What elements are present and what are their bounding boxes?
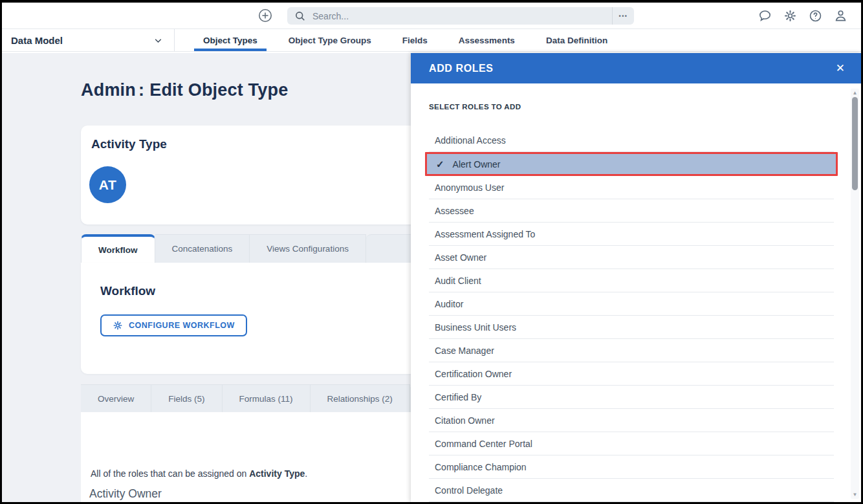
role-name: Assessment Assigned To [435,229,535,239]
role-name: Auditor [435,299,463,309]
activity-type-card: Activity Type AT [81,126,444,225]
role-name: Citation Owner [435,415,495,426]
select-roles-label: SELECT ROLES TO ADD [429,103,861,111]
top-bar: ••• [2,3,861,28]
role-list-item[interactable]: ✓ Citation Owner [429,409,834,432]
nav-tab[interactable]: Fields [387,29,443,51]
panel-scrollbar[interactable]: ▲ ▼ [851,89,859,499]
workflow-heading: Workflow [100,284,444,298]
chevron-down-icon [153,35,164,46]
primary-tab[interactable]: Concatenations [155,234,250,263]
nav-tab-strip: Object TypesObject Type GroupsFieldsAsse… [188,29,623,51]
roles-overview-card: All of the roles that can be assigned on… [81,412,444,504]
scroll-up-icon[interactable]: ▲ [851,90,859,96]
search-bar[interactable]: ••• [287,7,634,25]
topbar-icon-group [758,8,848,23]
role-name: Certification Owner [435,369,512,379]
user-icon[interactable] [833,8,848,23]
role-list-item[interactable]: ✓ Audit Client [429,269,834,292]
close-icon[interactable]: ✕ [836,63,845,74]
scrollbar-thumb[interactable] [852,97,858,190]
role-list-item[interactable]: ✓ Alert Owner [425,152,838,176]
role-name: Certified By [435,392,481,402]
role-list-item[interactable]: ✓ Asset Owner [429,246,834,269]
role-name: Business Unit Users [435,322,516,333]
data-model-selector[interactable]: Data Model [2,29,175,51]
settings-gear-icon[interactable] [783,8,798,23]
gear-icon [113,320,123,331]
search-input[interactable] [311,10,612,22]
role-list-item[interactable]: ✓ Compliance Champion [429,455,834,479]
add-roles-title: ADD ROLES [429,63,494,74]
configure-workflow-button[interactable]: CONFIGURE WORKFLOW [100,314,247,336]
role-name: Case Manager [435,345,494,356]
add-roles-panel-header: ADD ROLES ✕ [411,53,861,83]
nav-tab[interactable]: Object Type Groups [273,29,387,51]
role-name: Command Center Portal [435,439,532,449]
role-list-item[interactable]: ✓ Command Center Portal [429,432,834,455]
primary-tab[interactable]: Workflow [81,234,155,263]
page-title-rest: Edit Object Type [149,80,288,100]
role-list-item[interactable]: ✓ Business Unit Users [429,316,834,339]
secondary-tab[interactable]: Formulas (11) [223,384,311,413]
role-name: Alert Owner [453,159,501,170]
module-nav-bar: Data Model Object TypesObject Type Group… [2,28,861,52]
app-window: ••• [0,0,863,504]
role-name: Asset Owner [435,252,486,263]
page-title: Admin : Edit Object Type [81,80,288,100]
primary-tab[interactable]: Views Configurations [250,234,366,263]
role-list-item[interactable]: ✓ Control Delegate [429,479,834,502]
role-list-item[interactable]: ✓ Additional Access [429,129,834,152]
add-icon[interactable] [257,8,273,23]
role-list-item[interactable]: ✓ Auditor [429,292,834,316]
role-list-item[interactable]: ✓ Assessment Assigned To [429,223,834,246]
role-name: Compliance Champion [435,462,527,472]
role-name: Audit Client [435,276,481,286]
roles-description-object: Activity Type [249,468,305,479]
secondary-tab[interactable]: Fields (5) [151,384,222,413]
data-model-label: Data Model [11,35,63,46]
role-list-item[interactable]: ✓ Certification Owner [429,362,834,386]
role-list-item[interactable]: ✓ Assessee [429,199,834,223]
page-title-prefix: Admin [81,80,136,100]
check-icon: ✓ [436,159,444,170]
roles-list: ✓ Additional Access ✓ Alert Owner ✓ Anon… [429,129,834,502]
scroll-down-icon[interactable]: ▼ [851,492,859,498]
role-name: Anonymous User [435,182,504,193]
chat-icon[interactable] [758,8,772,23]
secondary-tab-row: OverviewFields (5)Formulas (11)Relations… [81,384,461,413]
activity-type-card-title: Activity Type [91,137,444,151]
content-area: Admin : Edit Object Type Activity Type A… [2,53,861,502]
object-type-avatar: AT [89,166,126,203]
nav-tab[interactable]: Data Definition [530,29,623,51]
add-roles-panel: ADD ROLES ✕ SELECT ROLES TO ADD ✓ Additi… [411,53,861,502]
help-icon[interactable] [808,8,823,23]
role-name: Control Delegate [435,485,503,496]
search-options-ellipsis-icon[interactable]: ••• [612,7,634,25]
role-name: Assessee [435,206,474,216]
secondary-tab[interactable]: Relationships (2) [311,384,410,413]
role-list-item[interactable]: ✓ Certified By [429,386,834,409]
role-name: Additional Access [435,135,506,146]
roles-description: All of the roles that can be assigned on… [91,468,444,479]
search-icon [294,10,306,22]
configure-workflow-label: CONFIGURE WORKFLOW [129,321,235,330]
role-list-item[interactable]: ✓ Anonymous User [429,176,834,199]
page-title-colon: : [138,80,144,100]
primary-tab-row: WorkflowConcatenationsViews Configuratio… [81,234,417,263]
nav-tab[interactable]: Object Types [188,29,273,51]
role-list-item[interactable]: ✓ Case Manager [429,339,834,362]
workflow-card: Workflow CONFIGURE WORKFLOW [81,263,444,374]
nav-tab[interactable]: Assessments [443,29,530,51]
primary-tab-partial[interactable] [366,234,417,263]
first-role-name: Activity Owner [89,487,444,501]
secondary-tab[interactable]: Overview [81,384,151,413]
